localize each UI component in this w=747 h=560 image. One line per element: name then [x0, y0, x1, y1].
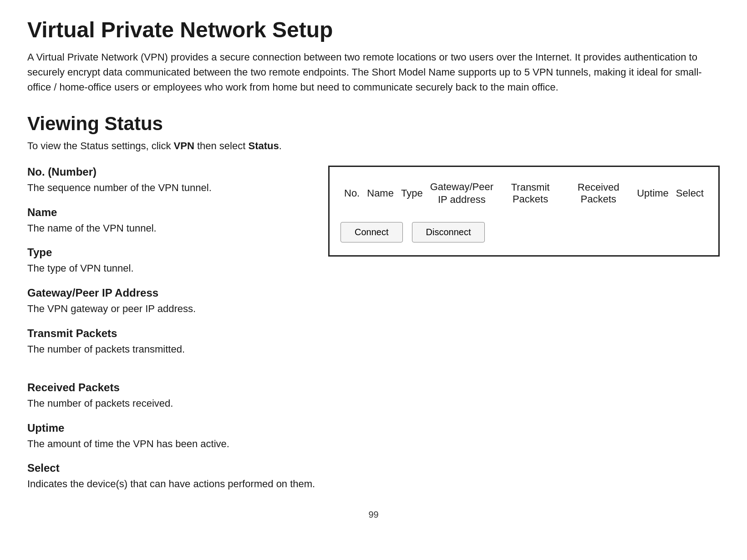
field-gateway-peer-ip: Gateway/Peer IP Address The VPN gateway …: [27, 287, 301, 316]
col-uptime: Uptime: [633, 176, 672, 211]
table-button-row: Connect Disconnect: [340, 218, 707, 246]
page-number: 99: [27, 510, 720, 520]
field-no-number-desc: The sequence number of the VPN tunnel.: [27, 181, 301, 195]
field-received-packets-desc: The number of packets received.: [27, 397, 720, 411]
field-select-label: Select: [27, 462, 720, 474]
vpn-table-box: No. Name Type Gateway/PeerIP address Tra…: [328, 166, 720, 257]
page-title: Virtual Private Network Setup: [27, 18, 720, 42]
field-type-desc: The type of VPN tunnel.: [27, 262, 301, 276]
field-type: Type The type of VPN tunnel.: [27, 246, 301, 276]
col-transmit-packets: Transmit Packets: [497, 176, 564, 211]
field-received-packets: Received Packets The number of packets r…: [27, 381, 720, 411]
col-name: Name: [363, 176, 397, 211]
subtitle-status: Status: [248, 140, 279, 151]
field-name-label: Name: [27, 206, 301, 219]
field-name: Name The name of the VPN tunnel.: [27, 206, 301, 236]
col-gateway-peer: Gateway/PeerIP address: [427, 176, 497, 211]
field-gateway-peer-ip-desc: The VPN gateway or peer IP address.: [27, 302, 301, 316]
col-no: No.: [340, 176, 363, 211]
field-no-number: No. (Number) The sequence number of the …: [27, 166, 301, 195]
field-type-label: Type: [27, 246, 301, 259]
left-column: No. (Number) The sequence number of the …: [27, 166, 301, 368]
vpn-status-table: No. Name Type Gateway/PeerIP address Tra…: [340, 176, 707, 246]
field-select: Select Indicates the device(s) that can …: [27, 462, 720, 491]
field-transmit-packets: Transmit Packets The number of packets t…: [27, 327, 301, 357]
col-select: Select: [672, 176, 707, 211]
field-name-desc: The name of the VPN tunnel.: [27, 222, 301, 236]
field-received-packets-label: Received Packets: [27, 381, 720, 394]
right-column: No. Name Type Gateway/PeerIP address Tra…: [328, 166, 720, 257]
lower-fields: Received Packets The number of packets r…: [27, 381, 720, 491]
disconnect-button[interactable]: Disconnect: [412, 222, 485, 242]
viewing-status-title: Viewing Status: [27, 113, 720, 135]
field-no-number-label: No. (Number): [27, 166, 301, 178]
two-column-layout: No. (Number) The sequence number of the …: [27, 166, 720, 368]
intro-paragraph: A Virtual Private Network (VPN) provides…: [27, 50, 710, 95]
field-uptime-desc: The amount of time the VPN has been acti…: [27, 437, 720, 451]
connect-button[interactable]: Connect: [340, 222, 403, 242]
subtitle-middle: then select: [194, 140, 249, 151]
col-type: Type: [397, 176, 427, 211]
field-transmit-packets-desc: The number of packets transmitted.: [27, 343, 301, 357]
subtitle-vpn: VPN: [174, 140, 194, 151]
field-select-desc: Indicates the device(s) that can have ac…: [27, 477, 720, 491]
viewing-status-subtitle: To view the Status settings, click VPN t…: [27, 140, 720, 152]
field-uptime: Uptime The amount of time the VPN has be…: [27, 422, 720, 451]
col-received-packets: Received Packets: [564, 176, 633, 211]
subtitle-end: .: [279, 140, 282, 151]
field-uptime-label: Uptime: [27, 422, 720, 434]
field-gateway-peer-ip-label: Gateway/Peer IP Address: [27, 287, 301, 299]
field-transmit-packets-label: Transmit Packets: [27, 327, 301, 340]
subtitle-prefix: To view the Status settings, click: [27, 140, 174, 151]
